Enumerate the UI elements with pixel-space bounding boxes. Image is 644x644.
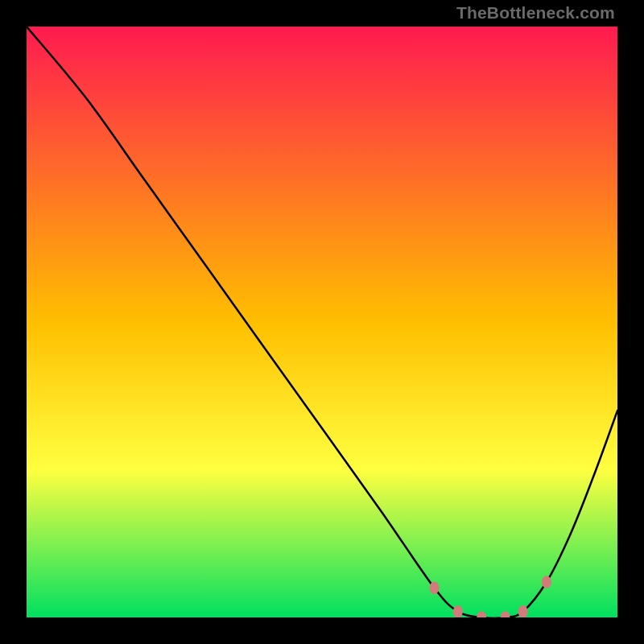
chart-frame: TheBottleneck.com — [0, 0, 644, 644]
chart-svg — [27, 27, 617, 617]
bottleneck-curve — [27, 27, 617, 617]
marker-dot — [453, 605, 463, 617]
plot-area — [27, 27, 617, 617]
marker-dot — [518, 605, 528, 617]
marker-dot — [477, 611, 486, 617]
curve-markers — [430, 576, 551, 617]
watermark-text: TheBottleneck.com — [456, 3, 615, 23]
marker-dot — [542, 576, 551, 588]
marker-dot — [501, 611, 510, 617]
marker-dot — [430, 582, 440, 595]
